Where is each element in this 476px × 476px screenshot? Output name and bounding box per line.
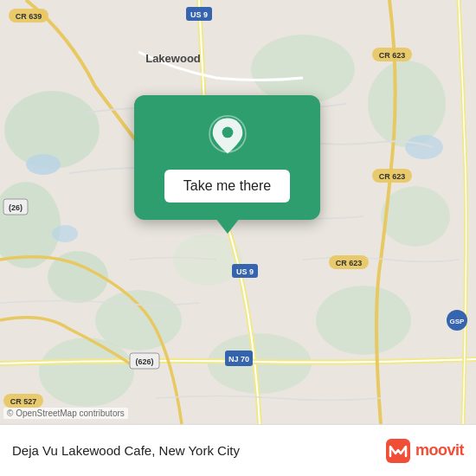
svg-point-8 bbox=[316, 286, 411, 355]
svg-text:GSP: GSP bbox=[450, 318, 466, 325]
map-container: CR 639 US 9 CR 623 CR 623 (26) US 9 CR 6… bbox=[0, 0, 476, 424]
take-me-there-button[interactable]: Take me there bbox=[164, 170, 290, 203]
map-copyright: © OpenStreetMap contributors bbox=[3, 408, 128, 419]
svg-text:CR 639: CR 639 bbox=[16, 12, 42, 21]
svg-text:CR 527: CR 527 bbox=[10, 397, 37, 406]
svg-point-7 bbox=[381, 186, 450, 247]
moovit-icon bbox=[386, 439, 410, 463]
svg-text:NJ 70: NJ 70 bbox=[228, 355, 249, 363]
svg-point-10 bbox=[39, 338, 134, 407]
svg-point-5 bbox=[251, 35, 355, 104]
svg-text:US 9: US 9 bbox=[190, 10, 208, 19]
svg-point-13 bbox=[52, 225, 78, 242]
svg-point-15 bbox=[405, 135, 443, 159]
location-card: Take me there bbox=[134, 95, 320, 220]
location-pin-icon bbox=[206, 114, 249, 158]
moovit-text: moovit bbox=[415, 441, 464, 460]
svg-point-40 bbox=[222, 127, 233, 138]
svg-text:(26): (26) bbox=[9, 203, 23, 212]
svg-text:CR 623: CR 623 bbox=[336, 259, 363, 267]
svg-text:US 9: US 9 bbox=[236, 267, 254, 276]
svg-text:(626): (626) bbox=[135, 357, 153, 366]
svg-point-6 bbox=[368, 61, 446, 147]
moovit-logo: moovit bbox=[386, 439, 464, 463]
svg-text:CR 623: CR 623 bbox=[379, 51, 406, 60]
svg-text:Lakewood: Lakewood bbox=[145, 52, 201, 65]
info-bar: Deja Vu Lakewood Cafe, New York City moo… bbox=[0, 424, 476, 476]
svg-text:CR 623: CR 623 bbox=[379, 172, 406, 181]
svg-point-12 bbox=[26, 154, 61, 175]
place-title: Deja Vu Lakewood Cafe, New York City bbox=[12, 443, 240, 458]
